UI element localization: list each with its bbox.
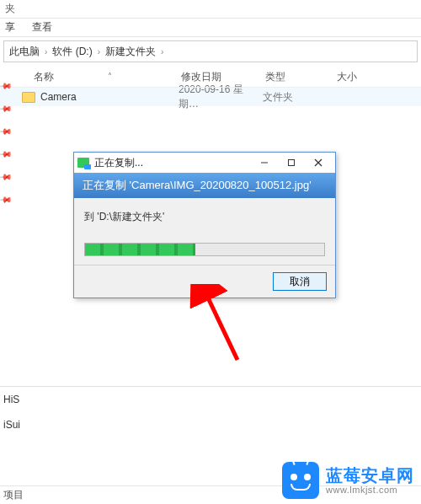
breadcrumb-this-pc[interactable]: 此电脑 [9,45,40,59]
menu-bar: 享 查看 [0,19,421,37]
progress-bar [84,243,325,256]
folder-icon [22,92,35,103]
pin-icon: 📌 [0,101,13,115]
pin-icon: 📌 [0,124,13,137]
column-headers: ˄ 名称 修改日期 类型 大小 [0,67,421,88]
minimize-button[interactable] [251,153,278,172]
dialog-title: 正在复制... [94,156,251,170]
close-button[interactable] [305,153,332,172]
svg-line-5 [205,292,237,360]
chevron-right-icon: › [45,47,47,56]
window-title-fragment: 夹 [0,0,421,19]
watermark: 蓝莓安卓网 www.lmkjst.com [282,462,414,499]
watermark-url: www.lmkjst.com [326,485,414,495]
dialog-titlebar[interactable]: 正在复制... [74,153,335,173]
status-text: 项目 [3,488,24,502]
pin-icon: 📌 [0,169,13,183]
column-header-type[interactable]: 类型 [265,70,337,84]
column-header-size[interactable]: 大小 [337,70,421,84]
dialog-footer: 取消 [74,265,335,298]
watermark-logo-icon [282,462,319,499]
copy-icon [77,158,89,168]
window-title-text: 夹 [5,2,15,16]
column-header-date[interactable]: 修改日期 [181,70,265,84]
chevron-right-icon: › [161,47,163,56]
cancel-button[interactable]: 取消 [273,272,327,291]
breadcrumb-drive[interactable]: 软件 (D:) [52,45,92,59]
watermark-title: 蓝莓安卓网 [326,466,414,485]
svg-rect-1 [289,160,295,166]
sidebar-item[interactable]: iSui [0,412,421,437]
chevron-right-icon: › [98,47,100,56]
progress-fill [85,244,195,255]
menu-share[interactable]: 享 [5,20,15,35]
dialog-destination: 到 'D:\新建文件夹' [84,210,325,224]
maximize-button[interactable] [278,153,305,172]
file-type: 文件夹 [263,90,334,105]
table-row[interactable]: Camera 2020-09-16 星期… 文件夹 [0,88,421,106]
pin-icon: 📌 [0,192,13,206]
pin-icon: 📌 [0,78,13,92]
sort-indicator-icon: ˄ [108,72,112,81]
file-name: Camera [40,91,77,103]
column-header-name[interactable]: 名称 [0,70,181,84]
sidebar-item[interactable]: HiS [0,387,421,412]
breadcrumb[interactable]: 此电脑 › 软件 (D:) › 新建文件夹 › [3,40,418,62]
breadcrumb-folder[interactable]: 新建文件夹 [105,45,156,59]
pin-icon: 📌 [0,147,13,160]
quick-access-pins: 📌 📌 📌 📌 📌 📌 [0,81,12,204]
copy-dialog: 正在复制... 正在复制 'Camera\IMG_20200820_100512… [73,152,336,298]
dialog-header: 正在复制 'Camera\IMG_20200820_100512.jpg' [74,173,335,198]
menu-view[interactable]: 查看 [32,20,52,35]
